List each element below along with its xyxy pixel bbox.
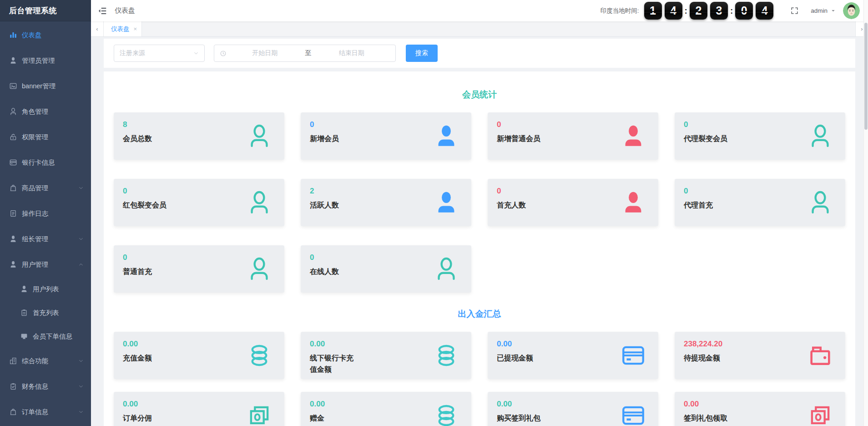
- chevron-down-icon: [831, 8, 836, 13]
- stat-card-bonus: 0.00赠金: [301, 392, 471, 426]
- stat-label: 待提现金额: [684, 353, 731, 364]
- sidebar-collapse-icon[interactable]: [97, 6, 107, 16]
- clock-digit: 3: [710, 2, 728, 20]
- vertical-scrollbar: [863, 0, 868, 426]
- stat-card-member-total: 8会员总数: [114, 112, 284, 160]
- tab-bar: ‹ 仪表盘× ›: [91, 21, 868, 37]
- tab-label: 仪表盘: [111, 25, 130, 33]
- building-icon: [9, 357, 17, 365]
- user-outline-icon: [246, 256, 273, 282]
- clock-digit: 1: [644, 2, 662, 20]
- fullscreen-icon[interactable]: [790, 6, 799, 15]
- coins-icon: [433, 402, 459, 426]
- user-outline-icon: [433, 256, 459, 282]
- sidebar-item-bank-card-info[interactable]: 银行卡信息: [0, 150, 91, 175]
- user-solid-icon: [9, 260, 17, 269]
- stat-card-checkin-pack-claim: 0.00签到礼包领取: [675, 392, 845, 426]
- sidebar-item-role-management[interactable]: 角色管理: [0, 99, 91, 124]
- stat-label: 充值金额: [123, 353, 170, 364]
- stat-card-new-members: 0新增会员: [301, 112, 471, 160]
- stat-label: 首充人数: [497, 200, 544, 211]
- user-menu[interactable]: admin: [811, 7, 836, 14]
- breadcrumb: 仪表盘: [115, 6, 135, 15]
- user-solid-icon: [9, 56, 17, 65]
- member-stats-grid: 8会员总数0新增会员0新增普通会员0代理裂变会员0红包裂变会员2活跃人数0首充人…: [114, 112, 845, 293]
- sidebar-item-product-management[interactable]: 商品管理: [0, 175, 91, 201]
- clipboard-check-icon: [9, 382, 17, 390]
- stat-card-online-users: 0在线人数: [301, 245, 471, 293]
- monitor-icon: [20, 332, 28, 340]
- sidebar-item-label: 权限管理: [22, 133, 48, 142]
- search-button[interactable]: 搜索: [406, 45, 438, 62]
- chevron-down-icon: [78, 236, 84, 242]
- end-date-placeholder[interactable]: 结束日期: [313, 49, 390, 57]
- sidebar-item-label: 用户列表: [33, 285, 59, 294]
- section-title-fund-summary: 出入金汇总: [114, 308, 845, 320]
- sidebar-item-dashboard[interactable]: 仪表盘: [0, 22, 91, 48]
- chevron-down-icon: [78, 185, 84, 191]
- clock-icon: [220, 50, 227, 57]
- stat-label: 签到礼包领取: [684, 413, 731, 424]
- user-solid-icon: [433, 123, 459, 149]
- sidebar-item-label: 会员下单信息: [33, 332, 72, 341]
- bank-card-icon: [9, 158, 17, 167]
- stat-label: 新增普通会员: [497, 133, 544, 145]
- clipboard-icon: [20, 309, 28, 317]
- sidebar-item-user-management[interactable]: 用户管理: [0, 252, 91, 277]
- bank-card-icon: [620, 342, 646, 369]
- sidebar-item-label: 用户管理: [22, 260, 48, 269]
- stat-label: 代理裂变会员: [684, 133, 731, 145]
- sidebar-item-label: 订单信息: [22, 408, 48, 416]
- shopping-bag-icon: [9, 408, 17, 416]
- clock-digit: 4: [665, 2, 682, 20]
- sidebar-item-permission-management[interactable]: 权限管理: [0, 124, 91, 150]
- document-icon: [9, 209, 17, 218]
- shopping-bag-icon: [9, 184, 17, 192]
- stat-label: 红包裂变会员: [123, 200, 170, 211]
- register-source-select[interactable]: 注册来源: [114, 45, 205, 62]
- sidebar-item-comprehensive-functions[interactable]: 综合功能: [0, 348, 91, 374]
- avatar[interactable]: [843, 2, 860, 19]
- sidebar-item-banner-management[interactable]: banner管理: [0, 73, 91, 99]
- stat-label: 已提现金额: [497, 353, 544, 364]
- chevron-down-icon: [78, 358, 84, 364]
- sidebar-item-finance-info[interactable]: 财务信息: [0, 374, 91, 399]
- sidebar: 后台管理系统 仪表盘管理员管理banner管理角色管理权限管理银行卡信息商品管理…: [0, 0, 91, 426]
- sidebar-item-operation-log[interactable]: 操作日志: [0, 201, 91, 226]
- sidebar-item-admin-management[interactable]: 管理员管理: [0, 48, 91, 73]
- stat-card-first-charge-users: 0首充人数: [488, 179, 658, 226]
- stat-label: 赠金: [310, 413, 357, 424]
- sidebar-item-leader-management[interactable]: 组长管理: [0, 226, 91, 252]
- sidebar-item-order-info[interactable]: 订单信息: [0, 399, 91, 425]
- page-content: 注册来源 开始日期 至 结束日期 搜索 会员统计8会员总数0新增会员0新增普通会…: [91, 37, 868, 426]
- user-solid-icon: [620, 123, 646, 149]
- money-icon: [807, 402, 833, 426]
- sidebar-item-first-charge-list[interactable]: 首充列表: [0, 301, 91, 325]
- sidebar-item-member-order-info[interactable]: 会员下单信息: [0, 325, 91, 348]
- sidebar-item-user-list[interactable]: 用户列表: [0, 277, 91, 301]
- chevron-up-icon: [78, 262, 84, 267]
- sidebar-item-label: 管理员管理: [22, 56, 55, 65]
- sidebar-item-label: 操作日志: [22, 209, 48, 218]
- start-date-placeholder[interactable]: 开始日期: [227, 49, 303, 57]
- clock-colon: :: [685, 6, 687, 16]
- chevron-down-icon: [78, 409, 84, 415]
- date-range-picker[interactable]: 开始日期 至 结束日期: [214, 45, 396, 62]
- stat-card-new-normal-members: 0新增普通会员: [488, 112, 658, 160]
- tab-close-icon[interactable]: ×: [134, 25, 137, 32]
- clock-digit: 2: [690, 2, 707, 20]
- wallet-icon: [807, 342, 833, 369]
- tab-仪表盘[interactable]: 仪表盘×: [104, 21, 142, 36]
- user-solid-icon: [620, 189, 646, 216]
- scrollbar-thumb[interactable]: [864, 23, 868, 130]
- tabs-scroll-left-button[interactable]: ‹: [91, 21, 104, 36]
- app-title: 后台管理系统: [0, 0, 91, 21]
- sidebar-item-label: 首充列表: [33, 309, 59, 317]
- stat-card-offline-bank-recharge: 0.00线下银行卡充值金额: [301, 332, 471, 379]
- stat-card-redpacket-fission-members: 0红包裂变会员: [114, 179, 284, 226]
- local-time-label: 印度当地时间:: [601, 7, 639, 15]
- user-outline-icon: [246, 189, 273, 216]
- date-separator: 至: [303, 49, 313, 57]
- sidebar-item-label: 角色管理: [22, 107, 48, 116]
- register-source-placeholder: 注册来源: [120, 49, 145, 57]
